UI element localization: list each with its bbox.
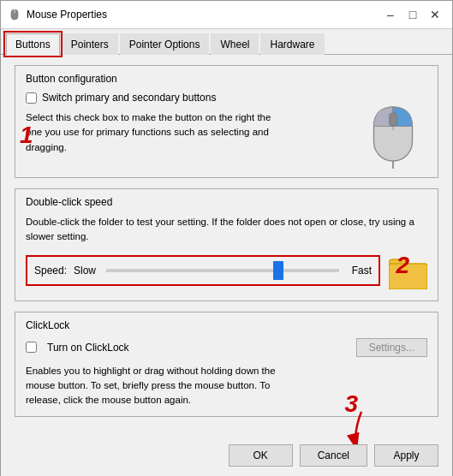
button-config-body: Switch primary and secondary buttons Sel… (26, 92, 427, 169)
speed-slider-container (106, 262, 339, 279)
cancel-button[interactable]: Cancel (300, 444, 367, 467)
tab-buttons[interactable]: Buttons (6, 33, 60, 55)
button-config-section: Button configuration Switch primary and … (15, 65, 438, 178)
tab-content: 1 Button configuration Switch primary an… (1, 55, 452, 437)
tab-pointer-options[interactable]: Pointer Options (120, 33, 210, 55)
fast-label: Fast (346, 265, 372, 277)
double-click-description: Double-click the folder to test your set… (26, 215, 427, 245)
clicklock-label[interactable]: Turn on ClickLock (47, 342, 129, 354)
tab-bar: Buttons Pointers Pointer Options Wheel H… (1, 29, 452, 55)
clicklock-section: ClickLock Turn on ClickLock Settings... … (15, 312, 438, 418)
footer: OK Cancel Apply (1, 437, 452, 476)
clicklock-description: Enables you to highlight or drag without… (26, 364, 283, 408)
speed-row: Speed: Slow Fast (26, 255, 380, 286)
mouse-icon (8, 8, 21, 21)
speed-label: Speed: (34, 265, 67, 277)
clicklock-row: Turn on ClickLock Settings... (26, 338, 427, 357)
switch-buttons-label[interactable]: Switch primary and secondary buttons (42, 92, 216, 104)
minimize-button[interactable]: – (380, 6, 401, 23)
tab-pointers[interactable]: Pointers (62, 33, 118, 55)
clicklock-settings-button[interactable]: Settings... (356, 338, 427, 357)
clicklock-left: Turn on ClickLock (26, 342, 129, 354)
slow-label: Slow (74, 265, 96, 277)
title-bar: Mouse Properties – □ ✕ (1, 1, 452, 29)
button-config-title: Button configuration (26, 73, 427, 85)
button-config-left: Switch primary and secondary buttons Sel… (26, 92, 350, 155)
window-title: Mouse Properties (27, 9, 107, 21)
folder-svg (389, 255, 427, 289)
svg-rect-6 (389, 264, 427, 289)
footer-wrapper: 3 OK Cancel Apply (1, 437, 452, 476)
speed-row-wrapper: Speed: Slow Fast (26, 253, 427, 292)
title-controls: – □ ✕ (380, 6, 445, 23)
svg-rect-4 (390, 113, 397, 125)
switch-buttons-row: Switch primary and secondary buttons (26, 92, 350, 104)
double-click-section: Double-click speed Double-click the fold… (15, 188, 438, 301)
switch-buttons-checkbox[interactable] (26, 92, 37, 104)
clicklock-title: ClickLock (26, 319, 427, 331)
mouse-properties-window: Mouse Properties – □ ✕ Buttons Pointers … (0, 0, 453, 476)
close-button[interactable]: ✕ (425, 6, 445, 23)
title-bar-left: Mouse Properties (8, 8, 107, 21)
button-config-description: Select this check box to make the button… (26, 110, 283, 155)
test-folder-icon[interactable] (389, 253, 427, 292)
ok-button[interactable]: OK (229, 444, 293, 467)
double-click-title: Double-click speed (26, 196, 427, 208)
apply-button[interactable]: Apply (374, 444, 438, 467)
tab-wheel[interactable]: Wheel (211, 33, 259, 55)
mouse-illustration (359, 92, 427, 169)
maximize-button[interactable]: □ (402, 6, 423, 23)
speed-slider[interactable] (106, 262, 339, 279)
clicklock-checkbox[interactable] (26, 342, 37, 353)
tab-hardware[interactable]: Hardware (260, 33, 324, 55)
